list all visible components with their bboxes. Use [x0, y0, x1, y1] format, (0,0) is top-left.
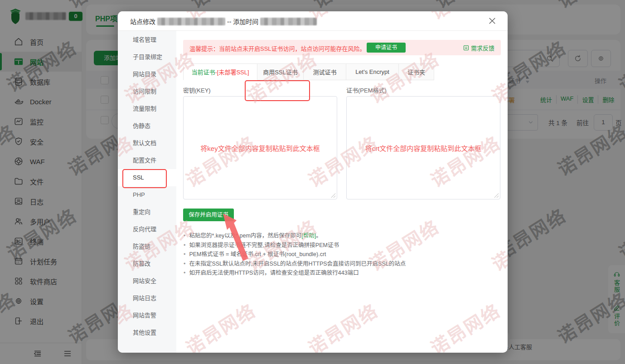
- note-line: 如果浏览器提示证书链不完整,请检查是否正确拼接PEM证书: [184, 241, 406, 250]
- pem-textarea[interactable]: 将crt文件全部内容复制粘贴到此文本框: [346, 96, 500, 199]
- resize-handle-icon[interactable]: [330, 193, 336, 198]
- tab-commercial-ssl[interactable]: 商用SSL证书: [257, 63, 304, 80]
- feedback-doc-icon: [463, 44, 470, 51]
- modal-menu-sitedir[interactable]: 网站目录: [118, 66, 176, 83]
- ssl-warning-text: 温馨提示：当前站点未开启SSL证书访问，站点访问可能存在风险。: [189, 44, 366, 53]
- modal-menu-php[interactable]: PHP: [118, 186, 176, 204]
- modal-title-addtime: -- 添加时间: [227, 17, 258, 26]
- modal-menu-access-limit[interactable]: 访问限制: [118, 83, 176, 100]
- key-placeholder: 将key文件全部内容复制粘贴到此文本框: [196, 143, 324, 153]
- add-time-blurred: [260, 18, 317, 25]
- tab-ssl-not-deployed: -[未部署SSL]: [215, 68, 249, 76]
- modal-menu-site-alerts[interactable]: 网站告警: [118, 307, 176, 324]
- resize-handle-icon[interactable]: [494, 193, 499, 198]
- modal-header: 站点修改 -- 添加时间: [118, 11, 508, 31]
- modal-menu-domain[interactable]: 域名管理: [118, 31, 176, 49]
- modal-menu-hotlink[interactable]: 防盗链: [118, 238, 176, 255]
- ssl-notes: 粘贴您的*.key以及*.pem内容，然后保存即可[帮助]。 如果浏览器提示证书…: [184, 231, 406, 278]
- cert-tabs: 当前证书 -[未部署SSL] 商用SSL证书 测试证书 Let's Encryp…: [183, 63, 434, 80]
- key-textarea[interactable]: 将key文件全部内容复制粘贴到此文本框: [183, 96, 337, 199]
- site-edit-modal: 站点修改 -- 添加时间 域名管理 子目录绑定 网站目录 访问限制 流量限制 伪…: [118, 11, 508, 353]
- key-label: 密钥(KEY): [183, 86, 211, 94]
- modal-menu-site-security[interactable]: 网站安全: [118, 272, 176, 290]
- feedback-label: 需求反馈: [471, 44, 494, 52]
- modal-title: 站点修改 -- 添加时间: [130, 17, 317, 26]
- tab-test-cert[interactable]: 测试证书: [304, 63, 346, 80]
- pem-placeholder: 将crt文件全部内容复制粘贴到此文本框: [361, 143, 486, 153]
- screen: 0 首页 网站 数据库 Docker: [0, 0, 625, 364]
- modal-menu-reverse-proxy[interactable]: 反向代理: [118, 221, 176, 238]
- modal-menu-tamper-proof[interactable]: 防篡改: [118, 255, 176, 272]
- tab-cert-folder[interactable]: 证书夹: [399, 63, 434, 80]
- modal-menu-site-logs[interactable]: 网站日志: [118, 290, 176, 307]
- modal-menu-ssl[interactable]: SSL: [118, 169, 176, 186]
- modal-content: 温馨提示：当前站点未开启SSL证书访问，站点访问可能存在风险。 申请证书 需求反…: [176, 30, 508, 353]
- ssl-warning-bar: 温馨提示：当前站点未开启SSL证书访问，站点访问可能存在风险。 申请证书 需求反…: [183, 40, 501, 55]
- site-name-blurred: [157, 18, 225, 25]
- close-icon[interactable]: [488, 16, 497, 25]
- modal-menu-other-settings[interactable]: 其他设置: [118, 324, 176, 341]
- note-line: 在未指定SSL默认站点时,未开启SSL的站点使用HTTPS会直接访问到已开启SS…: [184, 259, 406, 269]
- modal-menu-config-file[interactable]: 配置文件: [118, 152, 176, 169]
- tab-current-cert-label: 当前证书: [191, 68, 215, 76]
- modal-menu-subdir[interactable]: 子目录绑定: [118, 49, 176, 66]
- modal-side-menu: 域名管理 子目录绑定 网站目录 访问限制 流量限制 伪静态 默认文档 配置文件 …: [118, 30, 176, 353]
- tab-current-cert[interactable]: 当前证书 -[未部署SSL]: [183, 63, 257, 80]
- modal-menu-default-doc[interactable]: 默认文档: [118, 135, 176, 152]
- apply-cert-button[interactable]: 申请证书: [367, 43, 406, 53]
- note-line: PEM格式证书 = 域名证书.crt + 根证书(root_bundle).cr…: [184, 250, 406, 259]
- modal-menu-redirect[interactable]: 重定向: [118, 204, 176, 221]
- feedback-link[interactable]: 需求反馈: [463, 44, 494, 52]
- note-line: 粘贴您的*.key以及*.pem内容，然后保存即可[帮助]。: [184, 231, 406, 241]
- modal-menu-traffic-limit[interactable]: 流量限制: [118, 100, 176, 117]
- note-line: 如开启后无法使用HTTPS访问，请检查安全组是否正确放行443端口: [184, 268, 406, 278]
- pem-label: 证书(PEM格式): [346, 86, 387, 94]
- save-enable-cert-button[interactable]: 保存并启用证书: [183, 209, 234, 221]
- help-link[interactable]: [帮助]: [301, 233, 316, 239]
- modal-menu-rewrite[interactable]: 伪静态: [118, 117, 176, 135]
- modal-title-prefix: 站点修改: [130, 17, 155, 26]
- tab-lets-encrypt[interactable]: Let's Encrypt: [346, 63, 399, 80]
